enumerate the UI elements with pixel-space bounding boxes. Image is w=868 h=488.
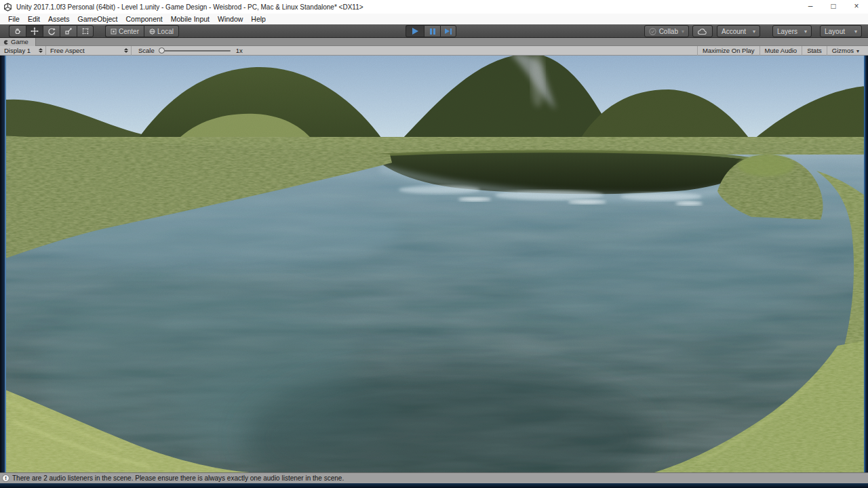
mute-audio-toggle[interactable]: Mute Audio — [760, 46, 802, 56]
layers-dropdown-icon: ▾ — [804, 28, 807, 35]
rotate-tool-button[interactable] — [43, 25, 60, 37]
menu-component[interactable]: Component — [121, 14, 166, 24]
gizmos-dropdown[interactable]: Gizmos▾ — [827, 46, 864, 56]
layout-dropdown-icon: ▾ — [854, 28, 857, 35]
scale-icon — [64, 27, 73, 35]
game-viewport[interactable] — [0, 56, 868, 472]
collab-button[interactable]: Collab ▾ — [644, 25, 689, 37]
pivot-center-button[interactable]: Center — [105, 25, 144, 37]
maximize-on-play-toggle[interactable]: Maximize On Play — [697, 46, 760, 56]
status-message: There are 2 audio listeners in the scene… — [12, 474, 344, 482]
pivot-local-button[interactable]: Local — [144, 25, 179, 37]
account-label: Account — [722, 28, 746, 35]
play-button[interactable] — [406, 25, 424, 37]
display-dropdown-label: Display 1 — [4, 47, 31, 54]
popup-arrows-icon — [124, 48, 128, 53]
menu-window[interactable]: Window — [214, 14, 247, 24]
left-frame-edge — [0, 14, 6, 483]
stats-toggle[interactable]: Stats — [802, 46, 827, 56]
rect-tool-button[interactable] — [77, 25, 94, 37]
status-bar[interactable]: ! There are 2 audio listeners in the sce… — [0, 472, 868, 483]
aspect-dropdown[interactable]: Free Aspect — [46, 46, 132, 56]
collab-label: Collab — [659, 28, 678, 35]
pause-icon — [430, 28, 435, 35]
title-bar: Unity 2017.1.0f3 Personal (64bit) - Leve… — [0, 0, 868, 14]
scale-slider[interactable] — [159, 50, 231, 52]
menu-assets[interactable]: Assets — [44, 14, 74, 24]
window-title: Unity 2017.1.0f3 Personal (64bit) - Leve… — [16, 3, 363, 11]
hand-icon — [14, 27, 22, 35]
move-icon — [31, 27, 39, 35]
gizmos-dropdown-icon: ▾ — [856, 48, 859, 54]
bottom-frame-strip — [0, 483, 868, 488]
unity-editor-window: Unity 2017.1.0f3 Personal (64bit) - Leve… — [0, 0, 868, 488]
pivot-local-icon — [149, 28, 155, 35]
pivot-center-label: Center — [119, 28, 139, 35]
pivot-center-icon — [111, 28, 117, 35]
menu-edit[interactable]: Edit — [24, 14, 44, 24]
view-tab-strip: Game — [0, 38, 868, 46]
step-icon — [445, 28, 452, 35]
menu-file[interactable]: File — [4, 14, 24, 24]
scene-render — [0, 56, 868, 472]
scale-label: Scale — [138, 47, 155, 54]
layers-label: Layers — [777, 28, 797, 35]
unity-logo-icon — [3, 3, 12, 12]
grain-overlay — [0, 56, 868, 472]
menu-mobile-input[interactable]: Mobile Input — [167, 14, 214, 24]
menu-gameobject[interactable]: GameObject — [74, 14, 122, 24]
info-icon: ! — [2, 474, 9, 482]
menu-help[interactable]: Help — [247, 14, 270, 24]
game-toolbar-right: Maximize On Play Mute Audio Stats Gizmos… — [697, 46, 864, 56]
aspect-dropdown-label: Free Aspect — [50, 47, 85, 54]
account-dropdown[interactable]: Account ▾ — [717, 25, 760, 37]
scale-value: 1x — [236, 47, 243, 54]
game-view-icon — [3, 39, 9, 45]
menu-bar: File Edit Assets GameObject Component Mo… — [0, 14, 868, 24]
rotate-icon — [47, 27, 56, 35]
collab-dropdown-icon: ▾ — [682, 28, 684, 35]
cloud-services-button[interactable] — [692, 25, 713, 37]
maximize-button[interactable]: □ — [822, 0, 845, 14]
scale-slider-knob[interactable] — [159, 47, 165, 54]
scale-tool-button[interactable] — [60, 25, 77, 37]
pivot-local-label: Local — [157, 28, 174, 35]
game-view-toolbar: Display 1 Free Aspect Scale 1x Maximize … — [0, 46, 868, 56]
transform-tool-group — [9, 24, 94, 37]
pause-button[interactable] — [424, 25, 440, 37]
window-controls: – □ × — [799, 0, 868, 14]
cloud-icon — [697, 28, 708, 35]
right-frame-edge — [864, 56, 868, 483]
rect-tool-icon — [81, 27, 90, 35]
close-button[interactable]: × — [845, 0, 868, 14]
tab-game-label: Game — [11, 38, 28, 46]
move-tool-button[interactable] — [26, 25, 43, 37]
minimize-button[interactable]: – — [799, 0, 822, 14]
step-button[interactable] — [440, 25, 456, 37]
toolbar-right-group: Collab ▾ Account ▾ Layers ▾ Layout ▾ — [644, 24, 862, 37]
play-icon — [412, 28, 418, 35]
account-dropdown-icon: ▾ — [753, 28, 755, 35]
main-toolbar: Center Local Collab — [0, 24, 868, 38]
tab-game[interactable]: Game — [0, 38, 36, 46]
display-dropdown[interactable]: Display 1 — [0, 46, 46, 56]
layout-dropdown[interactable]: Layout ▾ — [820, 25, 862, 37]
hand-tool-button[interactable] — [9, 25, 26, 37]
collab-check-icon — [649, 28, 656, 35]
layers-dropdown[interactable]: Layers ▾ — [772, 25, 812, 37]
popup-arrows-icon — [39, 48, 43, 53]
pivot-toggle-group: Center Local — [105, 24, 179, 37]
play-controls — [406, 24, 456, 37]
layout-label: Layout — [825, 28, 845, 35]
